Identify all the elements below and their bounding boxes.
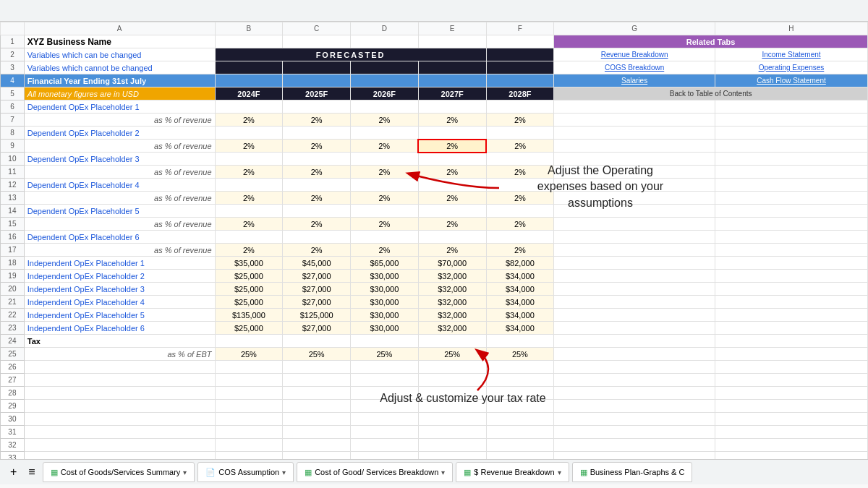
cell-9d[interactable]: 2% bbox=[351, 140, 419, 153]
tab-cos-arrow[interactable]: ▾ bbox=[282, 468, 286, 476]
cell-24c bbox=[283, 335, 351, 348]
income-statement-link[interactable]: Income Statement bbox=[715, 48, 867, 61]
cell-15d[interactable]: 2% bbox=[351, 218, 419, 231]
cell-13d[interactable]: 2% bbox=[351, 192, 419, 205]
cell-18b[interactable]: $35,000 bbox=[215, 257, 283, 270]
cell-22b[interactable]: $135,000 bbox=[215, 309, 283, 322]
cell-25e[interactable]: 25% bbox=[418, 348, 486, 361]
cell-13f[interactable]: 2% bbox=[486, 192, 554, 205]
cell-21b[interactable]: $25,000 bbox=[215, 296, 283, 309]
cell-17d[interactable]: 2% bbox=[351, 244, 419, 257]
cell-11b[interactable]: 2% bbox=[215, 166, 283, 179]
tab-cogs-arrow[interactable]: ▾ bbox=[183, 468, 187, 476]
cell-9c[interactable]: 2% bbox=[283, 140, 351, 153]
cell-1a[interactable]: XYZ Business Name bbox=[24, 35, 215, 48]
cell-20d[interactable]: $30,000 bbox=[351, 283, 419, 296]
cell-19d[interactable]: $30,000 bbox=[351, 270, 419, 283]
cell-20b[interactable]: $25,000 bbox=[215, 283, 283, 296]
cell-15b[interactable]: 2% bbox=[215, 218, 283, 231]
cell-22c[interactable]: $125,000 bbox=[283, 309, 351, 322]
tab-cogs[interactable]: ▦ Cost of Goods/Services Summary ▾ bbox=[43, 462, 195, 482]
cell-18c[interactable]: $45,000 bbox=[283, 257, 351, 270]
cell-13c[interactable]: 2% bbox=[283, 192, 351, 205]
cell-19f[interactable]: $34,000 bbox=[486, 270, 554, 283]
cell-18e[interactable]: $70,000 bbox=[418, 257, 486, 270]
row-33: 33 bbox=[1, 452, 868, 460]
cell-7c[interactable]: 2% bbox=[283, 114, 351, 127]
tab-cost-breakdown-arrow[interactable]: ▾ bbox=[441, 468, 445, 476]
row-28: 28 bbox=[1, 387, 868, 400]
cell-18f[interactable]: $82,000 bbox=[486, 257, 554, 270]
cell-22e[interactable]: $32,000 bbox=[418, 309, 486, 322]
cell-21c[interactable]: $27,000 bbox=[283, 296, 351, 309]
cell-25f[interactable]: 25% bbox=[486, 348, 554, 361]
operating-expenses-link[interactable]: Operating Expenses bbox=[715, 61, 867, 74]
cell-23f[interactable]: $34,000 bbox=[486, 322, 554, 335]
cell-17c[interactable]: 2% bbox=[283, 244, 351, 257]
cell-17b[interactable]: 2% bbox=[215, 244, 283, 257]
cell-15c[interactable]: 2% bbox=[283, 218, 351, 231]
cell-14d bbox=[351, 205, 419, 218]
cell-19e[interactable]: $32,000 bbox=[418, 270, 486, 283]
salaries-link[interactable]: Salaries bbox=[554, 74, 715, 87]
cell-23e[interactable]: $32,000 bbox=[418, 322, 486, 335]
cell-21f[interactable]: $34,000 bbox=[486, 296, 554, 309]
cell-11d[interactable]: 2% bbox=[351, 166, 419, 179]
cell-13a: as % of revenue bbox=[24, 192, 215, 205]
cell-13e[interactable]: 2% bbox=[418, 192, 486, 205]
revenue-breakdown-link[interactable]: Revenue Breakdown bbox=[554, 48, 715, 61]
cell-13b[interactable]: 2% bbox=[215, 192, 283, 205]
cell-25d[interactable]: 25% bbox=[351, 348, 419, 361]
cell-17f[interactable]: 2% bbox=[486, 244, 554, 257]
cell-19b[interactable]: $25,000 bbox=[215, 270, 283, 283]
cell-23c[interactable]: $27,000 bbox=[283, 322, 351, 335]
cell-21d[interactable]: $30,000 bbox=[351, 296, 419, 309]
cell-1d bbox=[351, 35, 419, 48]
tab-revenue[interactable]: ▦ $ Revenue Breakdown ▾ bbox=[456, 462, 569, 482]
cell-19c[interactable]: $27,000 bbox=[283, 270, 351, 283]
back-to-toc[interactable]: Back to Table of Contents bbox=[554, 87, 868, 100]
row-12: 12 Dependent OpEx Placeholder 4 bbox=[1, 179, 868, 192]
cell-23d[interactable]: $30,000 bbox=[351, 322, 419, 335]
cell-16h bbox=[715, 231, 867, 244]
cell-9f[interactable]: 2% bbox=[486, 140, 554, 153]
cell-4b bbox=[215, 74, 283, 87]
tab-business-plan[interactable]: ▦ Business Plan-Graphs & C bbox=[572, 462, 693, 482]
cell-20c[interactable]: $27,000 bbox=[283, 283, 351, 296]
cell-21e[interactable]: $32,000 bbox=[418, 296, 486, 309]
cell-17e[interactable]: 2% bbox=[418, 244, 486, 257]
cell-15e[interactable]: 2% bbox=[418, 218, 486, 231]
cell-8b bbox=[215, 127, 283, 140]
tab-menu-button[interactable]: ≡ bbox=[24, 466, 39, 479]
cogs-breakdown-link[interactable]: COGS Breakdown bbox=[554, 61, 715, 74]
cell-20e[interactable]: $32,000 bbox=[418, 283, 486, 296]
cell-11e[interactable]: 2% bbox=[418, 166, 486, 179]
row-16: 16 Dependent OpEx Placeholder 6 bbox=[1, 231, 868, 244]
tab-revenue-arrow[interactable]: ▾ bbox=[558, 468, 561, 476]
cell-15f[interactable]: 2% bbox=[486, 218, 554, 231]
cell-7f[interactable]: 2% bbox=[486, 114, 554, 127]
cell-23b[interactable]: $25,000 bbox=[215, 322, 283, 335]
cell-11a: as % of revenue bbox=[24, 166, 215, 179]
col-header-b: B bbox=[215, 22, 283, 35]
cell-18d[interactable]: $65,000 bbox=[351, 257, 419, 270]
cell-11f[interactable]: 2% bbox=[486, 166, 554, 179]
cell-25b[interactable]: 25% bbox=[215, 348, 283, 361]
cell-20f[interactable]: $34,000 bbox=[486, 283, 554, 296]
cell-9e[interactable]: 2% bbox=[418, 140, 486, 153]
cell-22f[interactable]: $34,000 bbox=[486, 309, 554, 322]
cashflow-link[interactable]: Cash Flow Statement bbox=[715, 74, 867, 87]
row-3: 3 Variables which cannot be changed COGS… bbox=[1, 61, 868, 74]
cell-11c[interactable]: 2% bbox=[283, 166, 351, 179]
cell-9b[interactable]: 2% bbox=[215, 140, 283, 153]
cell-7e[interactable]: 2% bbox=[418, 114, 486, 127]
cell-22d[interactable]: $30,000 bbox=[351, 309, 419, 322]
cell-7d[interactable]: 2% bbox=[351, 114, 419, 127]
tab-cost-breakdown[interactable]: ▦ Cost of Good/ Services Breakdown ▾ bbox=[297, 462, 453, 482]
rn-19: 19 bbox=[1, 270, 25, 283]
tab-add-button[interactable]: + bbox=[6, 466, 21, 479]
cell-7b[interactable]: 2% bbox=[215, 114, 283, 127]
row-7: 7 as % of revenue 2% 2% 2% 2% 2% bbox=[1, 114, 868, 127]
cell-25c[interactable]: 25% bbox=[283, 348, 351, 361]
tab-cos-assumption[interactable]: 📄 COS Assumption ▾ bbox=[197, 462, 294, 482]
